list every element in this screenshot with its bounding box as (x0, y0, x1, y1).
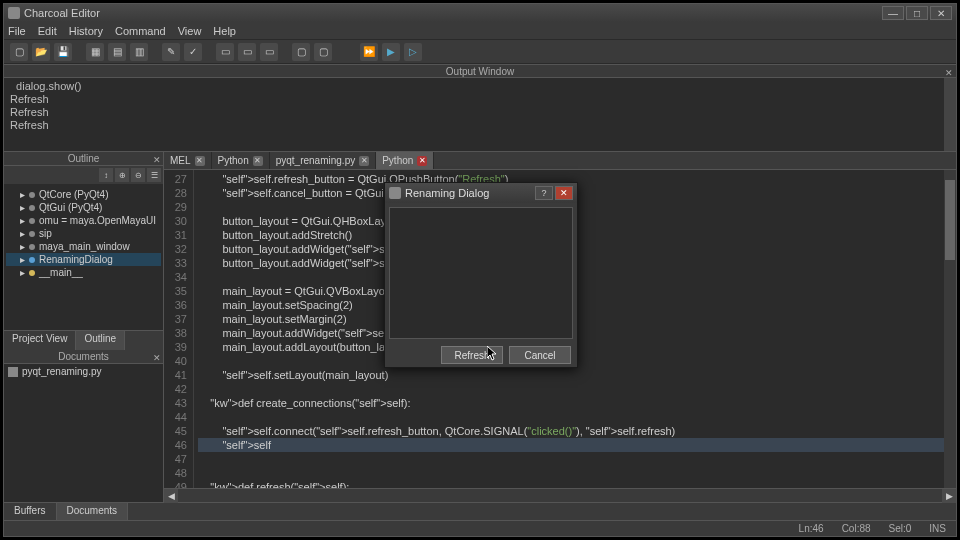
tab-label: Python (382, 155, 413, 166)
output-scrollbar[interactable] (944, 78, 956, 151)
outline-tool-icon[interactable]: ☰ (147, 168, 161, 182)
toolbar-icon[interactable]: ✎ (162, 43, 180, 61)
fn-icon (29, 244, 35, 250)
toolbar-icon[interactable]: ▢ (314, 43, 332, 61)
status-line: Ln:46 (799, 523, 824, 534)
menu-help[interactable]: Help (213, 25, 236, 37)
tab-label: MEL (170, 155, 191, 166)
menu-view[interactable]: View (178, 25, 202, 37)
document-item[interactable]: pyqt_renaming.py (4, 364, 163, 379)
app-title: Charcoal Editor (24, 7, 882, 19)
outline-item[interactable]: ▸ sip (6, 227, 161, 240)
refresh-button[interactable]: Refresh (441, 346, 503, 364)
output-text: dialog.show() Refresh Refresh Refresh (10, 80, 82, 131)
titlebar: Charcoal Editor — □ ✕ (4, 4, 956, 22)
run-all-icon[interactable]: ⏩ (360, 43, 378, 61)
renaming-dialog: Renaming Dialog ? ✕ Refresh Cancel (384, 182, 578, 368)
outline-item[interactable]: ▸ __main__ (6, 266, 161, 279)
outline-label: sip (39, 228, 52, 239)
toolbar-icon[interactable]: ▦ (86, 43, 104, 61)
minimize-button[interactable]: — (882, 6, 904, 20)
documents-panel: pyqt_renaming.py (4, 364, 163, 502)
editor-tab[interactable]: MEL✕ (164, 152, 212, 169)
cancel-button[interactable]: Cancel (509, 346, 571, 364)
tab-close-icon[interactable]: ✕ (417, 156, 427, 166)
dialog-button-row: Refresh Cancel (385, 343, 577, 367)
maximize-button[interactable]: □ (906, 6, 928, 20)
documents-header: Documents ✕ (4, 350, 163, 364)
file-icon (8, 367, 18, 377)
scroll-right-icon[interactable]: ▶ (942, 489, 956, 503)
run-line-icon[interactable]: ▷ (404, 43, 422, 61)
left-tabs: Project View Outline (4, 330, 163, 350)
mod-icon (29, 192, 35, 198)
close-button[interactable]: ✕ (930, 6, 952, 20)
outline-tool-icon[interactable]: ⊖ (131, 168, 145, 182)
menu-edit[interactable]: Edit (38, 25, 57, 37)
toolbar-icon[interactable]: ▢ (292, 43, 310, 61)
documents-close-icon[interactable]: ✕ (153, 351, 161, 365)
outline-label: omu = maya.OpenMayaUI (39, 215, 156, 226)
save-icon[interactable]: 💾 (54, 43, 72, 61)
outline-tool-icon[interactable]: ↕ (99, 168, 113, 182)
menubar: File Edit History Command View Help (4, 22, 956, 40)
menu-command[interactable]: Command (115, 25, 166, 37)
output-panel-header: Output Window ✕ (4, 64, 956, 78)
tab-close-icon[interactable]: ✕ (195, 156, 205, 166)
run-icon[interactable]: ▶ (382, 43, 400, 61)
outline-item[interactable]: ▸ RenamingDialog (6, 253, 161, 266)
scroll-left-icon[interactable]: ◀ (164, 489, 178, 503)
output-panel: dialog.show() Refresh Refresh Refresh (4, 78, 956, 152)
star-icon (29, 270, 35, 276)
status-col: Col:88 (842, 523, 871, 534)
dialog-help-button[interactable]: ? (535, 186, 553, 200)
cls-icon (29, 257, 35, 263)
app-icon (8, 7, 20, 19)
toolbar-icon[interactable]: ▭ (260, 43, 278, 61)
outline-tree: ▸ QtCore (PyQt4)▸ QtGui (PyQt4)▸ omu = m… (4, 184, 163, 330)
status-mode: INS (929, 523, 946, 534)
mod-icon (29, 218, 35, 224)
tab-buffers[interactable]: Buffers (4, 503, 57, 520)
outline-item[interactable]: ▸ QtGui (PyQt4) (6, 201, 161, 214)
outline-label: maya_main_window (39, 241, 130, 252)
toolbar-icon[interactable]: ▭ (238, 43, 256, 61)
outline-header: Outline ✕ (4, 152, 163, 166)
toolbar-icon[interactable]: ▥ (130, 43, 148, 61)
editor-tab[interactable]: Python✕ (212, 152, 270, 169)
tab-close-icon[interactable]: ✕ (253, 156, 263, 166)
documents-title: Documents (58, 351, 109, 362)
toolbar-icon[interactable]: ✓ (184, 43, 202, 61)
tab-documents[interactable]: Documents (57, 503, 129, 520)
outline-close-icon[interactable]: ✕ (153, 153, 161, 167)
outline-tool-icon[interactable]: ⊕ (115, 168, 129, 182)
dialog-close-button[interactable]: ✕ (555, 186, 573, 200)
editor-tab[interactable]: Python✕ (376, 152, 434, 169)
editor-tabs: MEL✕Python✕pyqt_renaming.py✕Python✕ (164, 152, 956, 170)
menu-history[interactable]: History (69, 25, 103, 37)
toolbar-icon[interactable]: ▤ (108, 43, 126, 61)
document-label: pyqt_renaming.py (22, 366, 102, 377)
editor-hscrollbar[interactable]: ◀ ▶ (164, 488, 956, 502)
outline-item[interactable]: ▸ omu = maya.OpenMayaUI (6, 214, 161, 227)
left-column: Outline ✕ ↕ ⊕ ⊖ ☰ ▸ QtCore (PyQt4)▸ QtGu… (4, 152, 164, 502)
outline-title: Outline (68, 153, 100, 164)
toolbar-icon[interactable]: ▭ (216, 43, 234, 61)
tab-outline[interactable]: Outline (76, 331, 125, 350)
new-file-icon[interactable]: ▢ (10, 43, 28, 61)
tab-project-view[interactable]: Project View (4, 331, 76, 350)
tab-label: pyqt_renaming.py (276, 155, 356, 166)
scroll-thumb[interactable] (945, 180, 955, 260)
mod-icon (29, 205, 35, 211)
menu-file[interactable]: File (8, 25, 26, 37)
outline-item[interactable]: ▸ maya_main_window (6, 240, 161, 253)
dialog-body (389, 207, 573, 339)
output-close-icon[interactable]: ✕ (944, 66, 954, 76)
outline-toolbar: ↕ ⊕ ⊖ ☰ (4, 166, 163, 184)
open-file-icon[interactable]: 📂 (32, 43, 50, 61)
tab-close-icon[interactable]: ✕ (359, 156, 369, 166)
editor-vscrollbar[interactable] (944, 170, 956, 488)
outline-item[interactable]: ▸ QtCore (PyQt4) (6, 188, 161, 201)
dialog-titlebar[interactable]: Renaming Dialog ? ✕ (385, 183, 577, 203)
editor-tab[interactable]: pyqt_renaming.py✕ (270, 152, 377, 169)
